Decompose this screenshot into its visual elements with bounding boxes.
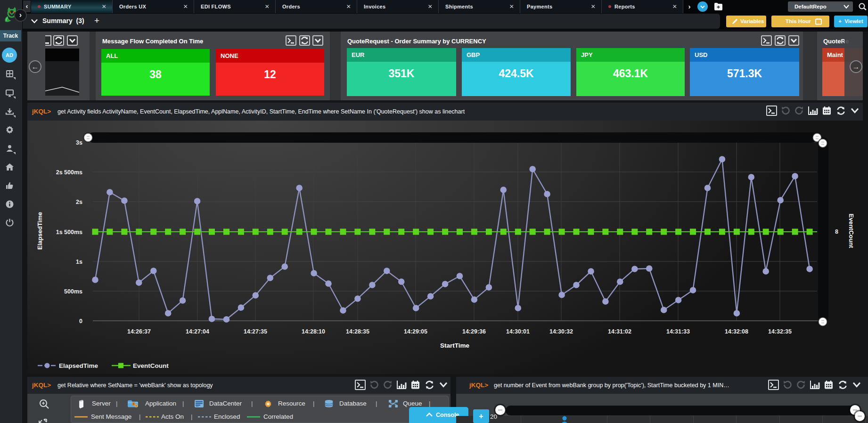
svg-text:StartTime: StartTime — [440, 342, 470, 349]
svg-text:500ms: 500ms — [64, 288, 82, 295]
svg-text:8: 8 — [835, 228, 838, 235]
svg-text:14:27:04: 14:27:04 — [186, 328, 209, 335]
svg-text:ElapsedTime: ElapsedTime — [59, 362, 98, 369]
svg-text:14:31:33: 14:31:33 — [666, 328, 690, 335]
svg-text:14:29:05: 14:29:05 — [404, 328, 427, 335]
svg-text:14:26:37: 14:26:37 — [127, 328, 151, 335]
svg-text:EventCount: EventCount — [848, 214, 855, 249]
svg-text:EventCount: EventCount — [133, 362, 169, 369]
svg-text:14:32:08: 14:32:08 — [725, 328, 748, 335]
svg-text:3s: 3s — [76, 139, 82, 146]
svg-text:14:29:36: 14:29:36 — [462, 328, 486, 335]
svg-text:14:27:35: 14:27:35 — [244, 328, 267, 335]
svg-text:2s 500ms: 2s 500ms — [56, 169, 82, 176]
svg-text:2s: 2s — [76, 199, 82, 205]
svg-text:14:31:02: 14:31:02 — [608, 328, 631, 335]
svg-text:1s 500ms: 1s 500ms — [56, 229, 82, 236]
svg-text:1s: 1s — [76, 259, 82, 265]
svg-text:14:32:35: 14:32:35 — [768, 328, 792, 335]
svg-text:0: 0 — [79, 318, 82, 325]
svg-text:14:28:10: 14:28:10 — [302, 328, 325, 335]
svg-text:14:30:01: 14:30:01 — [506, 328, 530, 335]
svg-text:ElapsedTime: ElapsedTime — [36, 212, 43, 250]
svg-text:14:28:35: 14:28:35 — [346, 328, 369, 335]
svg-text:14:30:32: 14:30:32 — [549, 328, 573, 335]
